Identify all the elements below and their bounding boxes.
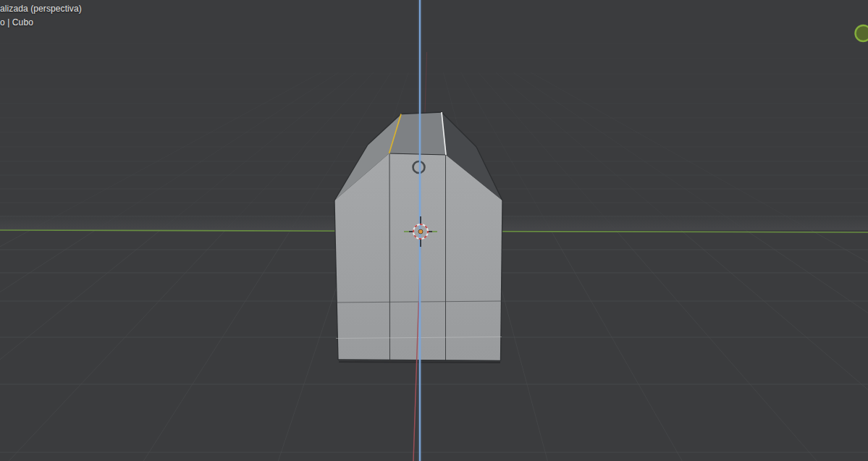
nav-gizmo-axis-ball[interactable]: [856, 25, 868, 41]
blender-3d-viewport[interactable]: alizada (perspectiva) o | Cubo: [0, 0, 868, 461]
active-object-label: o | Cubo: [0, 16, 33, 29]
object-origin-dot: [418, 229, 423, 234]
viewport-canvas[interactable]: [0, 0, 868, 461]
view-name-label: alizada (perspectiva): [0, 2, 82, 15]
x-axis-line-far: [425, 52, 427, 114]
